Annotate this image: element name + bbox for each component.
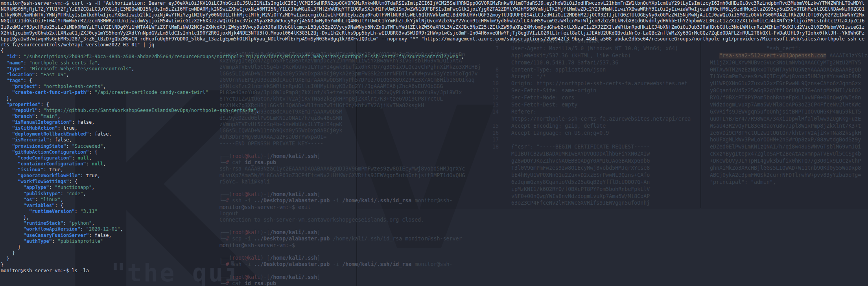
terminal-line: "provisioningState": "Succeeded", bbox=[1, 143, 867, 149]
terminal-line: "workflowApiVersion": "2020-12-01", bbox=[1, 226, 867, 232]
terminal-line: "location": "East US", bbox=[1, 72, 867, 78]
terminal-line: "isManualIntegration": false, bbox=[1, 119, 867, 125]
terminal-line: "appType": "functionapp", bbox=[1, 185, 867, 191]
terminal-line: "authType": "publishprofile" bbox=[1, 238, 867, 244]
terminal-line: } bbox=[1, 262, 867, 268]
terminal-line: "isMercurial": false, bbox=[1, 137, 867, 143]
terminal-line: "deploymentRollbackEnabled": false, bbox=[1, 131, 867, 137]
terminal-line: }, bbox=[1, 214, 867, 220]
terminal-line: "os": "linux", bbox=[1, 197, 867, 203]
terminal-screen[interactable]: monitor@ssh-server-vm:~$ curl -s -H "Aut… bbox=[1, 0, 867, 274]
terminal-line: └─# cat id_rsa.pub bbox=[219, 280, 481, 286]
terminal-line: "repoUrl": "https://github.com/SantaWork… bbox=[1, 108, 867, 114]
terminal-json-output: { "id": "/subscriptions/2b0942f3-9bca-48… bbox=[1, 48, 867, 268]
terminal-line: }, bbox=[1, 95, 867, 101]
terminal-line: } bbox=[1, 250, 867, 256]
terminal-line: { bbox=[1, 48, 867, 54]
terminal-line: "name": "northpole-ssh-certs-fa", bbox=[1, 60, 867, 66]
terminal-line: "project": "northpole-ssh-certs", bbox=[1, 84, 867, 90]
terminal-line: "generateWorkflowFile": true, bbox=[1, 173, 867, 179]
terminal-line: "properties": { bbox=[1, 102, 867, 108]
terminal-line: "publishType": "code", bbox=[1, 191, 867, 197]
terminal-prompt-line: monitor@ssh-server-vm:~$ ls -la bbox=[1, 268, 867, 274]
terminal-line: "runtimeStack": "python", bbox=[1, 220, 867, 226]
terminal-line: } bbox=[1, 256, 867, 262]
desktop-screenshot: { "terminal": { "command": "monitor@ssh-… bbox=[0, 0, 868, 286]
terminal-line: "variables": { bbox=[1, 203, 867, 209]
terminal-line: "type": "Microsoft.Web/sites/sourcecontr… bbox=[1, 66, 867, 72]
terminal-line: "codeConfiguration": null, bbox=[1, 155, 867, 161]
terminal-line: } bbox=[1, 244, 867, 250]
terminal-command-curl: monitor@ssh-server-vm:~$ curl -s -H "Aut… bbox=[1, 0, 867, 48]
terminal-line: "workflowSettings": { bbox=[1, 179, 867, 185]
terminal-line: "isGitHubAction": true, bbox=[1, 125, 867, 131]
terminal-line: "useCanaryFusionServer": false, bbox=[1, 233, 867, 238]
terminal-line: "tags": { bbox=[1, 78, 867, 84]
terminal-line: "containerConfiguration": null, bbox=[1, 161, 867, 167]
terminal-line: ┌──(root@kali)-[/home/kali/.ssh] bbox=[219, 274, 481, 280]
terminal-line: "isLinux": true, bbox=[1, 167, 867, 173]
terminal-line: "branch": "main", bbox=[1, 114, 867, 119]
terminal-line: "create-cert-func-url-path": "/api/creat… bbox=[1, 90, 867, 95]
terminal-line: "gitHubActionConfiguration": { bbox=[1, 149, 867, 155]
terminal-line: "runtimeVersion": "3.11" bbox=[1, 209, 867, 214]
terminal-line: "id": "/subscriptions/2b0942f3-9bca-484b… bbox=[1, 54, 867, 60]
